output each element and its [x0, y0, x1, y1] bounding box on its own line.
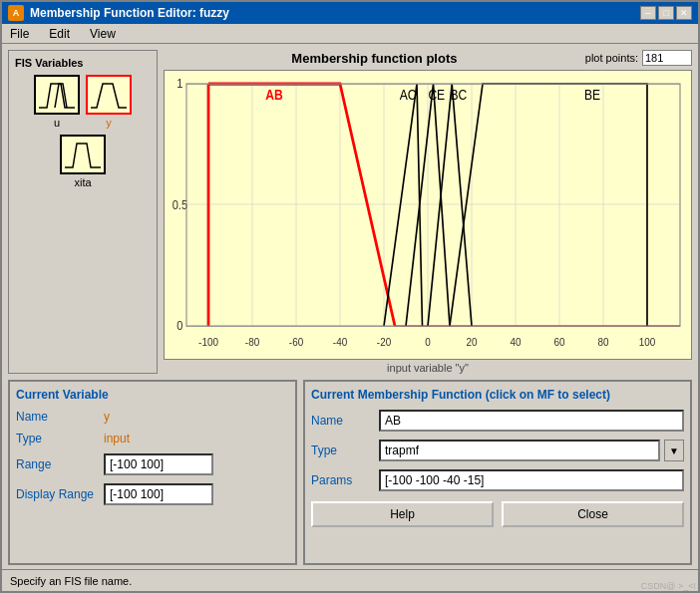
maximize-button[interactable]: □: [658, 6, 674, 20]
svg-text:-60: -60: [289, 335, 303, 348]
main-window: A Membership Function Editor: fuzzy ─ □ …: [0, 0, 700, 593]
display-range-input[interactable]: [104, 483, 213, 505]
close-button[interactable]: Close: [502, 501, 684, 527]
svg-text:-80: -80: [245, 335, 259, 348]
chart-svg: 1 0.5 0 -100 -80 -60 -40 -20 0 20 40 60 …: [165, 71, 691, 359]
fis-var-y[interactable]: y: [86, 75, 132, 129]
menu-edit[interactable]: Edit: [45, 26, 74, 42]
fis-panel: FIS Variables u: [8, 50, 158, 374]
name-label: Name: [16, 410, 96, 424]
mf-type-control: ▼: [379, 440, 684, 461]
fis-var-box-y: [86, 75, 132, 115]
chart-panel: Membership function plots plot points:: [164, 50, 692, 374]
range-label: Range: [16, 457, 96, 471]
title-bar: A Membership Function Editor: fuzzy ─ □ …: [2, 2, 698, 24]
mf-name-label: Name: [311, 414, 371, 428]
minimize-button[interactable]: ─: [640, 6, 656, 20]
mf-type-row: Type ▼: [311, 440, 684, 461]
current-mf-title: Current Membership Function (click on MF…: [311, 388, 684, 402]
app-icon: A: [8, 5, 24, 21]
fis-var-box-xita: [60, 135, 106, 174]
fis-vars: u y: [15, 75, 151, 188]
svg-text:0: 0: [176, 318, 182, 333]
mf-buttons: Help Close: [311, 501, 684, 527]
range-row: Range: [16, 453, 289, 475]
fis-var-label-y: y: [106, 117, 112, 129]
window-title: Membership Function Editor: fuzzy: [30, 6, 229, 20]
svg-text:20: 20: [466, 335, 477, 348]
current-mf-panel: Current Membership Function (click on MF…: [303, 380, 692, 565]
fis-var-label-xita: xita: [74, 176, 91, 188]
menu-file[interactable]: File: [6, 26, 33, 42]
watermark: CSDN@ >_<!: [641, 581, 696, 591]
current-var-panel: Current Variable Name y Type input Range…: [8, 380, 297, 565]
status-text: Specify an FIS file name.: [10, 575, 132, 587]
svg-text:1: 1: [176, 76, 182, 91]
mf-params-input[interactable]: [379, 469, 684, 491]
chart-title: Membership function plots: [164, 51, 585, 66]
svg-text:80: 80: [597, 335, 608, 348]
chart-area: 1 0.5 0 -100 -80 -60 -40 -20 0 20 40 60 …: [164, 70, 692, 360]
help-button[interactable]: Help: [311, 501, 494, 527]
menu-view[interactable]: View: [86, 26, 120, 42]
chart-xlabel: input variable "y": [164, 362, 692, 374]
svg-text:-40: -40: [333, 335, 347, 348]
main-content: FIS Variables u: [2, 44, 698, 380]
close-button[interactable]: ✕: [676, 6, 692, 20]
svg-text:AB: AB: [265, 87, 283, 103]
menu-bar: File Edit View: [2, 24, 698, 44]
title-buttons: ─ □ ✕: [640, 6, 692, 20]
chart-header: Membership function plots plot points:: [164, 50, 692, 66]
fis-var-label-u: u: [54, 117, 60, 129]
svg-text:60: 60: [553, 335, 564, 348]
svg-text:40: 40: [510, 335, 521, 348]
type-row: Type input: [16, 432, 289, 445]
range-input[interactable]: [104, 453, 213, 475]
plot-points-label: plot points:: [585, 52, 638, 64]
mf-type-input[interactable]: [379, 440, 660, 461]
title-bar-left: A Membership Function Editor: fuzzy: [8, 5, 229, 21]
bottom-panels: Current Variable Name y Type input Range…: [2, 380, 698, 569]
mf-type-label: Type: [311, 444, 371, 457]
mf-type-dropdown[interactable]: ▼: [664, 440, 684, 461]
svg-text:0.5: 0.5: [173, 197, 188, 212]
mf-name-input[interactable]: [379, 410, 684, 432]
fis-var-u[interactable]: u: [34, 75, 80, 129]
mf-name-row: Name: [311, 410, 684, 432]
svg-text:BE: BE: [584, 87, 600, 103]
plot-points: plot points:: [585, 50, 692, 66]
svg-text:-100: -100: [198, 335, 218, 348]
mf-params-label: Params: [311, 473, 371, 487]
type-value: input: [104, 432, 130, 445]
current-var-title: Current Variable: [16, 388, 289, 402]
mf-params-row: Params: [311, 469, 684, 491]
svg-text:-20: -20: [377, 335, 391, 348]
fis-title: FIS Variables: [15, 57, 83, 69]
type-label: Type: [16, 432, 96, 445]
fis-var-box-u: [34, 75, 80, 115]
display-range-label: Display Range: [16, 487, 96, 501]
fis-var-xita[interactable]: xita: [60, 135, 106, 188]
name-value: y: [104, 410, 110, 424]
svg-text:100: 100: [639, 335, 655, 348]
display-range-row: Display Range: [16, 483, 289, 505]
plot-points-input[interactable]: [642, 50, 692, 66]
name-row: Name y: [16, 410, 289, 424]
status-bar: Specify an FIS file name. CSDN@ >_<!: [2, 569, 698, 591]
svg-text:0: 0: [425, 335, 431, 348]
